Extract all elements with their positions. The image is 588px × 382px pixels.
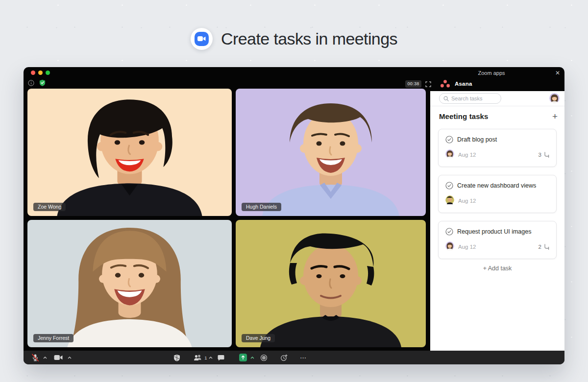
task-due-date: Aug 12 xyxy=(458,244,476,250)
participants-icon[interactable] xyxy=(193,351,203,364)
subtask-number: 3 xyxy=(539,152,541,158)
page-header: Create tasks in meetings xyxy=(0,24,588,54)
mute-microphone-icon[interactable] xyxy=(30,351,40,364)
participant-name-label: Zoe Wong xyxy=(33,203,66,211)
security-shield-icon[interactable] xyxy=(172,351,181,364)
more-options-icon[interactable]: ⋯ xyxy=(298,351,309,364)
asana-panel: Meeting tasks + Draft blog post Aug 12 3 xyxy=(430,91,564,351)
zoom-meeting-window: 00:38 Zoom apps ✕ Asana Zoe Wong xyxy=(24,67,564,364)
share-options-chevron-icon[interactable] xyxy=(249,351,255,364)
assignee-avatar xyxy=(445,149,454,160)
zoom-camera-icon xyxy=(195,32,209,46)
subtask-count: 3 xyxy=(539,152,550,158)
encryption-shield-icon[interactable] xyxy=(39,79,46,88)
task-title: Draft blog post xyxy=(457,136,497,143)
subtask-icon xyxy=(543,152,550,158)
participant-name-label: Jenny Forrest xyxy=(33,334,74,342)
zoom-apps-header: Zoom apps xyxy=(430,70,553,76)
fullscreen-icon[interactable] xyxy=(424,80,432,88)
meeting-timer: 00:38 xyxy=(405,80,421,88)
window-controls xyxy=(31,71,50,75)
jenny-portrait xyxy=(27,220,232,347)
task-card[interactable]: Request product UI images Aug 12 2 xyxy=(438,221,557,259)
task-card[interactable]: Create new dashboard views Aug 12 xyxy=(438,175,557,213)
mic-options-chevron-icon[interactable] xyxy=(42,351,48,364)
task-due-date: Aug 12 xyxy=(458,198,476,204)
meeting-tasks-header: Meeting tasks + xyxy=(439,112,558,120)
meeting-toolbar: 1 ⋯ xyxy=(24,351,564,364)
meeting-info-icon[interactable] xyxy=(28,79,34,88)
participant-name-label: Dave Jung xyxy=(242,334,275,342)
participants-count: 1 xyxy=(204,351,208,364)
participants-chevron-icon[interactable] xyxy=(208,351,214,364)
task-title: Create new dashboard views xyxy=(457,182,536,189)
maximize-window-button[interactable] xyxy=(46,71,50,75)
assignee-avatar xyxy=(445,195,454,206)
zoe-portrait xyxy=(27,89,232,216)
asana-app-name: Asana xyxy=(455,81,472,87)
close-panel-icon[interactable]: ✕ xyxy=(553,68,563,78)
page-title: Create tasks in meetings xyxy=(221,29,397,48)
task-due-date: Aug 12 xyxy=(458,152,476,158)
dave-portrait xyxy=(236,220,426,347)
video-tile-dave[interactable]: Dave Jung xyxy=(236,220,426,347)
add-task-plus-icon[interactable]: + xyxy=(552,113,558,120)
task-check-icon[interactable] xyxy=(445,228,453,236)
search-input[interactable] xyxy=(451,96,493,101)
subtask-number: 2 xyxy=(539,244,541,250)
search-tasks-field[interactable] xyxy=(439,93,501,104)
record-icon[interactable] xyxy=(259,351,268,364)
video-tile-jenny[interactable]: Jenny Forrest xyxy=(27,220,232,347)
subtask-count: 2 xyxy=(539,244,550,250)
asana-app-header: Asana xyxy=(440,78,472,89)
task-title: Request product UI images xyxy=(457,228,531,235)
apps-icon[interactable] xyxy=(279,351,288,364)
panel-search-row xyxy=(430,91,564,106)
asana-logo-icon xyxy=(440,79,450,88)
video-tile-zoe[interactable]: Zoe Wong xyxy=(27,89,232,216)
section-title: Meeting tasks xyxy=(439,112,489,120)
chat-icon[interactable] xyxy=(217,351,225,364)
assignee-avatar xyxy=(445,241,454,252)
video-tile-hugh[interactable]: Hugh Daniels xyxy=(236,89,426,216)
subtask-icon xyxy=(543,244,550,250)
video-options-chevron-icon[interactable] xyxy=(67,351,73,364)
share-screen-icon xyxy=(239,354,247,361)
task-check-icon[interactable] xyxy=(445,136,453,143)
hugh-portrait xyxy=(236,89,426,216)
add-task-button[interactable]: + Add task xyxy=(430,265,564,272)
participant-name-label: Hugh Daniels xyxy=(242,203,281,211)
minimize-window-button[interactable] xyxy=(38,71,43,75)
task-check-icon[interactable] xyxy=(445,182,453,190)
task-card[interactable]: Draft blog post Aug 12 3 xyxy=(438,129,557,167)
search-icon xyxy=(443,96,449,101)
share-screen-button[interactable] xyxy=(239,351,247,364)
zoom-app-icon xyxy=(191,28,213,50)
video-camera-icon[interactable] xyxy=(53,351,64,364)
close-window-button[interactable] xyxy=(31,71,35,75)
user-avatar[interactable] xyxy=(549,93,560,103)
